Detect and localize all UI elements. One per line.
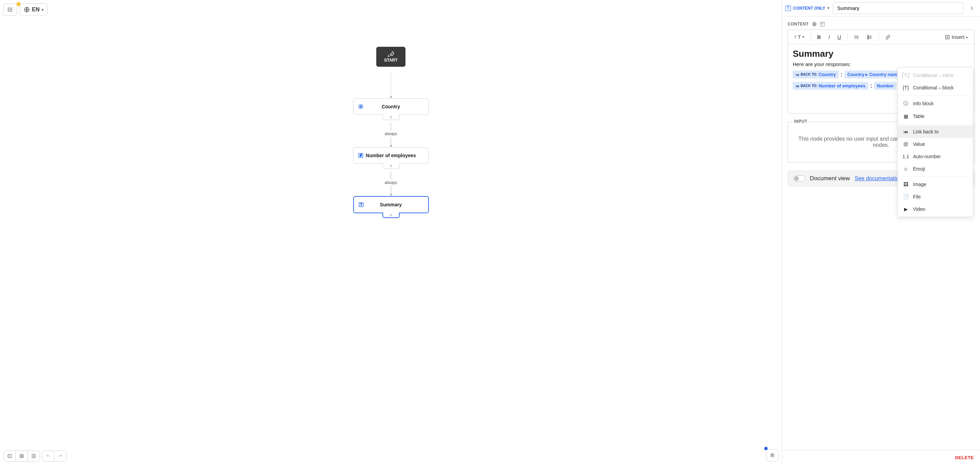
circle-dot-icon (358, 104, 364, 110)
menu-item-label: Conditional – block (913, 85, 953, 91)
insert-menu-item[interactable]: 🖼Image (898, 178, 973, 190)
node-number-of-employees[interactable]: # Number of employees + (353, 147, 429, 164)
insert-menu-item[interactable]: ⓘInfo block (898, 97, 973, 110)
bullet-list-button[interactable] (850, 32, 863, 42)
text-icon: T (358, 201, 364, 208)
colon: : (841, 72, 843, 78)
asterisk-icon: ✻ (770, 452, 775, 459)
rocket-icon (387, 50, 395, 58)
insert-menu-item[interactable]: @Value (898, 138, 973, 150)
chevron-down-icon: ▾ (41, 8, 44, 12)
flow-canvas[interactable]: START Country + always # Number of emplo… (0, 19, 782, 465)
menu-item-icon: ⎡T⎦ (903, 73, 909, 78)
insert-menu-item: ⎡T⎦Conditional – inline (898, 69, 973, 81)
menu-item-icon: ⓘ (903, 101, 909, 107)
insert-dropdown: ⎡T⎦Conditional – inline{T}Conditional – … (897, 67, 973, 217)
svg-text:3: 3 (868, 38, 869, 40)
menu-item-label: Emoji (913, 166, 925, 172)
edge-label: always (385, 131, 397, 137)
text-size-button[interactable]: TT ▾ (791, 32, 808, 42)
chevron-up-icon: ▴ (966, 35, 968, 39)
menu-item-icon: ⏮ (903, 129, 909, 134)
redo-icon (58, 454, 62, 459)
rewind-icon: ⏮ (795, 84, 799, 88)
input-legend: INPUT (793, 119, 809, 124)
node-summary[interactable]: T Summary + (353, 196, 429, 213)
plus-box-icon (945, 34, 950, 40)
zoom-fit-button[interactable] (16, 451, 27, 461)
svg-rect-15 (20, 454, 23, 457)
minus-icon (7, 454, 12, 459)
chevron-down-icon: ▾ (827, 6, 829, 10)
numbered-list-icon: 123 (867, 34, 872, 40)
insert-menu-item[interactable]: {T}Conditional – block (898, 81, 973, 94)
editor-intro: Here are your responses: (793, 61, 969, 67)
document-view-toggle[interactable] (794, 176, 805, 182)
menu-item-label: Table (913, 113, 924, 119)
menu-item-icon: ▶ (903, 206, 909, 212)
bold-button[interactable]: B (814, 32, 824, 42)
node-type-badge[interactable]: T CONTENT ONLY ▾ (786, 5, 829, 11)
svg-rect-16 (21, 455, 22, 457)
add-below-button[interactable]: + (382, 115, 399, 120)
list-icon (7, 6, 13, 13)
insert-button[interactable]: Insert ▴ (941, 32, 971, 42)
svg-text:T: T (360, 203, 362, 206)
zoom-in-button[interactable] (27, 451, 40, 461)
insert-menu-item[interactable]: 1.1Auto-number (898, 150, 973, 163)
chevron-right-icon (969, 5, 975, 11)
insert-menu-item[interactable]: ☺Emoji (898, 163, 973, 175)
fit-icon (19, 454, 24, 459)
menu-item-icon: @ (903, 141, 909, 147)
node-name-input[interactable] (833, 2, 964, 14)
insert-menu-item[interactable]: ⏮Link back to (898, 126, 973, 138)
canvas-menu-button[interactable]: ✻ (766, 449, 778, 462)
svg-text:#: # (360, 154, 362, 157)
docview-docs-link[interactable]: See documentation (854, 176, 902, 182)
start-node-label: START (384, 58, 398, 63)
svg-point-5 (8, 11, 9, 12)
menu-item-label: Conditional – inline (913, 73, 953, 78)
undo-button[interactable] (42, 451, 54, 461)
node-title: Number of employees (366, 152, 416, 158)
plus-icon (31, 454, 36, 459)
chevron-down-icon: ▾ (802, 35, 804, 39)
insert-menu-item[interactable]: ▶Video (898, 203, 973, 215)
start-node[interactable]: START (376, 47, 406, 67)
zoom-out-button[interactable] (4, 451, 16, 461)
insert-menu-item[interactable]: 📄File (898, 190, 973, 203)
menu-item-icon: ☺ (903, 166, 909, 172)
collapse-panel-button[interactable] (967, 3, 977, 13)
language-selector[interactable]: EN ▾ (20, 3, 48, 16)
svg-point-3 (8, 8, 9, 9)
menu-item-label: Info block (913, 101, 934, 106)
link-icon (885, 34, 891, 40)
svg-point-8 (360, 105, 361, 107)
node-country[interactable]: Country + (353, 98, 429, 115)
back-to-chip[interactable]: ⏮BACK TO: Country (793, 70, 839, 78)
italic-button[interactable]: I (825, 32, 833, 42)
globe-icon (811, 21, 817, 27)
edge (391, 171, 391, 179)
add-below-button[interactable]: + (382, 163, 399, 169)
colon: : (870, 83, 872, 89)
language-label: EN (32, 6, 40, 13)
outline-toggle-button[interactable] (3, 3, 17, 16)
delete-button[interactable]: DELETE (955, 455, 974, 460)
redo-button[interactable] (54, 451, 66, 461)
svg-point-4 (8, 9, 9, 10)
insert-menu-item[interactable]: ▦Table (898, 110, 973, 123)
content-section-label: CONTENT ? (788, 21, 975, 27)
underline-button[interactable]: U (834, 32, 845, 42)
menu-item-icon: ▦ (903, 113, 909, 119)
add-below-button[interactable]: + (382, 213, 399, 218)
menu-item-label: Link back to (913, 129, 939, 134)
value-chip[interactable]: Country ▸ Country nam (845, 70, 900, 78)
back-to-chip[interactable]: ⏮BACK TO: Number of employees (793, 82, 868, 90)
help-icon[interactable]: ? (820, 22, 825, 27)
bullet-list-icon (854, 34, 859, 40)
link-button[interactable] (882, 32, 894, 42)
value-chip[interactable]: Number (874, 82, 897, 90)
text-icon: T (786, 5, 791, 11)
numbered-list-button[interactable]: 123 (864, 32, 876, 42)
